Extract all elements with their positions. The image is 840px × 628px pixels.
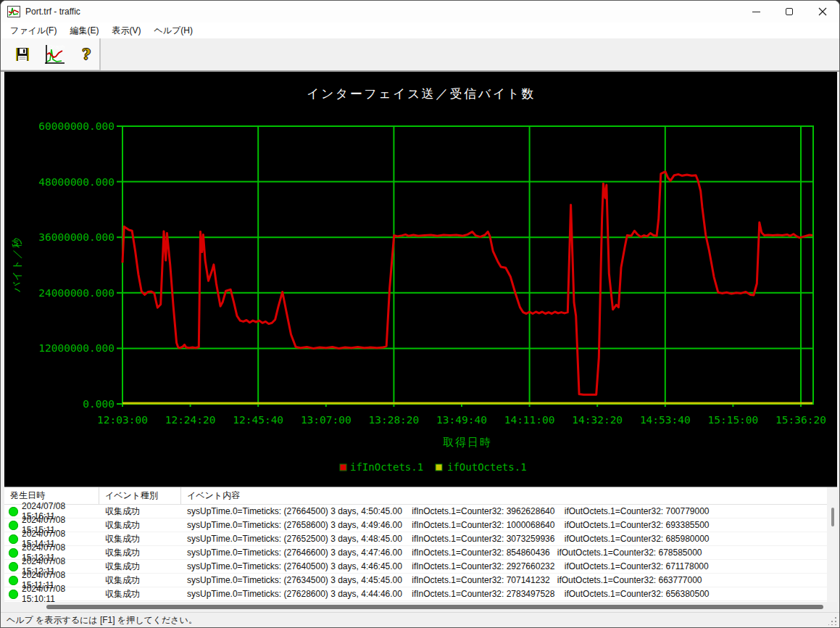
status-bar: ヘルプ を表示するには [F1] を押してください。: [1, 612, 839, 627]
success-status-icon: [9, 507, 18, 516]
horizontal-scrollbar-thumb[interactable]: [46, 605, 823, 609]
table-vertical-scrollbar[interactable]: [827, 487, 837, 602]
help-icon: ?: [82, 46, 91, 63]
success-status-icon: [9, 576, 18, 585]
x-axis-label: 12:03:00: [97, 414, 148, 426]
table-row[interactable]: 2024/07/08 15:15:11収集成功sysUpTime.0=Timet…: [4, 518, 827, 532]
event-content: sysUpTime.0=Timeticks: (27664500) 3 days…: [181, 506, 827, 516]
menu-view[interactable]: 表示(V): [105, 23, 147, 38]
graph-icon: Graph: [42, 42, 67, 67]
event-content: sysUpTime.0=Timeticks: (27634500) 3 days…: [181, 575, 827, 585]
graph-button[interactable]: Graph: [41, 41, 67, 68]
header-event-content[interactable]: イベント内容: [181, 487, 827, 504]
y-axis-label: 48000000.000: [38, 176, 115, 188]
table-row[interactable]: 2024/07/08 15:13:11収集成功sysUpTime.0=Timet…: [4, 546, 827, 560]
menu-file[interactable]: ファイル(F): [4, 23, 63, 38]
minimize-button[interactable]: [739, 1, 773, 22]
resize-grip-icon[interactable]: [828, 616, 837, 625]
menu-help[interactable]: ヘルプ(H): [147, 23, 199, 38]
plot-border: [122, 126, 813, 404]
event-time: 2024/07/08 15:10:11: [22, 584, 99, 602]
event-type: 収集成功: [99, 505, 181, 518]
table-row[interactable]: 2024/07/08 15:16:11収集成功sysUpTime.0=Timet…: [4, 505, 827, 518]
x-axis-label: 15:36:20: [775, 414, 826, 426]
y-axis-label: 12000000.000: [38, 342, 115, 354]
series-line-ifinoctets-1: [122, 172, 812, 395]
traffic-chart: インターフェイス送／受信バイト数60000000.00048000000.000…: [4, 72, 837, 487]
svg-text:Graph: Graph: [49, 44, 65, 50]
app-icon: [7, 6, 20, 17]
app-window: Port.trf - traffic ファイル(F) 編集(E) 表示(V) ヘ…: [0, 0, 840, 628]
event-type: 収集成功: [99, 561, 181, 573]
vertical-scrollbar-thumb[interactable]: [831, 508, 834, 526]
close-icon: [818, 7, 827, 16]
event-content: sysUpTime.0=Timeticks: (27646600) 3 days…: [181, 548, 827, 558]
status-cell: [4, 534, 22, 544]
y-axis-label: 60000000.000: [38, 120, 115, 132]
chart-panel: インターフェイス送／受信バイト数60000000.00048000000.000…: [4, 72, 837, 487]
event-content: sysUpTime.0=Timeticks: (27628600) 3 days…: [181, 589, 827, 599]
table-row[interactable]: 2024/07/08 15:10:11収集成功sysUpTime.0=Timet…: [4, 587, 827, 601]
status-cell: [4, 521, 22, 530]
maximize-icon: [786, 8, 793, 15]
toolbar-group: Graph ?: [1, 38, 101, 70]
y-axis-label: 0.000: [83, 398, 115, 410]
status-cell: [4, 576, 22, 585]
toolbar: Graph ?: [1, 38, 839, 72]
menu-edit[interactable]: 編集(E): [63, 23, 105, 38]
event-type: 収集成功: [99, 533, 181, 545]
chart-title: インターフェイス送／受信バイト数: [307, 87, 536, 101]
success-status-icon: [9, 548, 18, 558]
status-cell: [4, 590, 22, 599]
y-axis-label: 24000000.000: [38, 287, 115, 299]
save-button[interactable]: [9, 41, 36, 68]
legend-label: ifInOctets.1: [350, 461, 423, 473]
x-axis-label: 12:45:40: [233, 414, 283, 426]
menu-bar: ファイル(F) 編集(E) 表示(V) ヘルプ(H): [1, 22, 839, 38]
event-content: sysUpTime.0=Timeticks: (27658600) 3 days…: [181, 520, 827, 530]
success-status-icon: [9, 534, 18, 544]
success-status-icon: [9, 590, 18, 599]
legend-marker-ifinoctets-1: [340, 464, 346, 471]
close-button[interactable]: [806, 1, 839, 22]
table-header: 発生日時 イベント種別 イベント内容: [4, 487, 827, 505]
save-icon: [15, 47, 30, 62]
table-row[interactable]: 2024/07/08 15:11:11収集成功sysUpTime.0=Timet…: [4, 574, 827, 587]
x-axis-label: 13:28:20: [368, 414, 419, 426]
table-row[interactable]: 2024/07/08 15:14:11収集成功sysUpTime.0=Timet…: [4, 532, 827, 546]
maximize-button[interactable]: [773, 1, 806, 22]
y-axis-label: 36000000.000: [38, 231, 115, 243]
chart-region: インターフェイス送／受信バイト数60000000.00048000000.000…: [1, 72, 839, 487]
status-cell: [4, 548, 22, 558]
event-type: 収集成功: [99, 588, 181, 600]
table-rows: 2024/07/08 15:16:11収集成功sysUpTime.0=Timet…: [4, 505, 827, 601]
x-axis-label: 14:11:00: [504, 414, 555, 426]
help-button[interactable]: ?: [73, 41, 99, 68]
event-type: 収集成功: [99, 574, 181, 587]
event-table-main: 発生日時 イベント種別 イベント内容 2024/07/08 15:16:11収集…: [4, 487, 827, 602]
table-horizontal-scrollbar[interactable]: [4, 602, 837, 612]
x-axis-label: 13:49:40: [436, 414, 487, 426]
window-title: Port.trf - traffic: [25, 7, 80, 17]
x-axis-label: 12:24:20: [165, 414, 216, 426]
x-axis-label: 13:07:00: [301, 414, 352, 426]
x-axis-label: 15:15:00: [707, 414, 758, 426]
minimize-icon: [752, 12, 760, 12]
x-axis-title: 取得日時: [443, 436, 492, 448]
x-axis-label: 14:53:40: [640, 414, 691, 426]
event-type: 収集成功: [99, 547, 181, 559]
title-bar: Port.trf - traffic: [1, 1, 839, 22]
legend-marker-ifoutoctets-1: [436, 464, 442, 471]
window-controls: [739, 1, 839, 22]
event-content: sysUpTime.0=Timeticks: (27640500) 3 days…: [181, 561, 827, 571]
status-text: ヘルプ を表示するには [F1] を押してください。: [7, 614, 197, 627]
table-row[interactable]: 2024/07/08 15:12:11収集成功sysUpTime.0=Timet…: [4, 560, 827, 574]
x-axis-label: 14:32:20: [572, 414, 623, 426]
event-table: 発生日時 イベント種別 イベント内容 2024/07/08 15:16:11収集…: [4, 487, 837, 602]
legend-label: ifOutOctets.1: [447, 461, 527, 473]
y-axis-title: バイト／秒: [11, 237, 22, 293]
success-status-icon: [9, 521, 18, 530]
header-event-type[interactable]: イベント種別: [99, 487, 181, 504]
success-status-icon: [9, 562, 18, 571]
table-region: 発生日時 イベント種別 イベント内容 2024/07/08 15:16:11収集…: [1, 487, 839, 602]
